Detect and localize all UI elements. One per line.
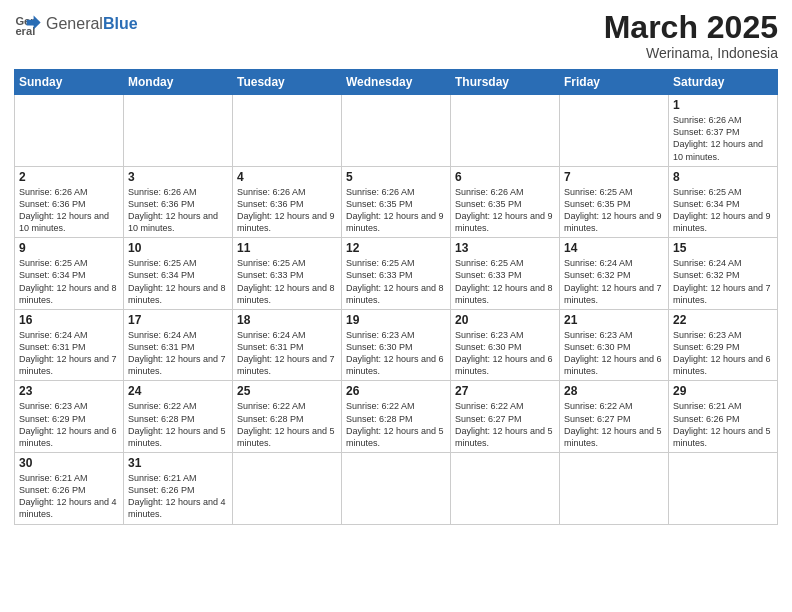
day-info: Sunrise: 6:24 AM Sunset: 6:32 PM Dayligh…	[564, 257, 664, 306]
weekday-header-monday: Monday	[124, 70, 233, 95]
calendar-cell: 20Sunrise: 6:23 AM Sunset: 6:30 PM Dayli…	[451, 309, 560, 381]
day-number: 17	[128, 313, 228, 327]
day-info: Sunrise: 6:23 AM Sunset: 6:29 PM Dayligh…	[673, 329, 773, 378]
calendar-cell: 17Sunrise: 6:24 AM Sunset: 6:31 PM Dayli…	[124, 309, 233, 381]
day-info: Sunrise: 6:24 AM Sunset: 6:32 PM Dayligh…	[673, 257, 773, 306]
calendar-week-row: 9Sunrise: 6:25 AM Sunset: 6:34 PM Daylig…	[15, 238, 778, 310]
day-number: 16	[19, 313, 119, 327]
calendar-cell: 30Sunrise: 6:21 AM Sunset: 6:26 PM Dayli…	[15, 453, 124, 525]
calendar-cell: 15Sunrise: 6:24 AM Sunset: 6:32 PM Dayli…	[669, 238, 778, 310]
day-info: Sunrise: 6:22 AM Sunset: 6:27 PM Dayligh…	[564, 400, 664, 449]
calendar-cell: 26Sunrise: 6:22 AM Sunset: 6:28 PM Dayli…	[342, 381, 451, 453]
day-number: 11	[237, 241, 337, 255]
day-info: Sunrise: 6:25 AM Sunset: 6:34 PM Dayligh…	[673, 186, 773, 235]
day-info: Sunrise: 6:25 AM Sunset: 6:33 PM Dayligh…	[455, 257, 555, 306]
calendar-cell	[342, 453, 451, 525]
day-info: Sunrise: 6:21 AM Sunset: 6:26 PM Dayligh…	[673, 400, 773, 449]
day-number: 4	[237, 170, 337, 184]
day-info: Sunrise: 6:26 AM Sunset: 6:35 PM Dayligh…	[455, 186, 555, 235]
calendar-cell: 28Sunrise: 6:22 AM Sunset: 6:27 PM Dayli…	[560, 381, 669, 453]
logo: Gen eral GeneralBlue	[14, 10, 138, 38]
calendar-cell: 11Sunrise: 6:25 AM Sunset: 6:33 PM Dayli…	[233, 238, 342, 310]
day-number: 5	[346, 170, 446, 184]
day-info: Sunrise: 6:26 AM Sunset: 6:37 PM Dayligh…	[673, 114, 773, 163]
day-info: Sunrise: 6:22 AM Sunset: 6:27 PM Dayligh…	[455, 400, 555, 449]
day-number: 7	[564, 170, 664, 184]
day-number: 12	[346, 241, 446, 255]
calendar-cell: 24Sunrise: 6:22 AM Sunset: 6:28 PM Dayli…	[124, 381, 233, 453]
day-number: 18	[237, 313, 337, 327]
calendar-title: March 2025	[604, 10, 778, 45]
day-info: Sunrise: 6:21 AM Sunset: 6:26 PM Dayligh…	[128, 472, 228, 521]
day-number: 3	[128, 170, 228, 184]
day-number: 19	[346, 313, 446, 327]
day-number: 8	[673, 170, 773, 184]
calendar-cell	[560, 95, 669, 167]
calendar-table: SundayMondayTuesdayWednesdayThursdayFrid…	[14, 69, 778, 524]
day-number: 23	[19, 384, 119, 398]
day-number: 22	[673, 313, 773, 327]
calendar-cell: 4Sunrise: 6:26 AM Sunset: 6:36 PM Daylig…	[233, 166, 342, 238]
calendar-cell: 25Sunrise: 6:22 AM Sunset: 6:28 PM Dayli…	[233, 381, 342, 453]
day-info: Sunrise: 6:25 AM Sunset: 6:33 PM Dayligh…	[237, 257, 337, 306]
svg-text:eral: eral	[15, 25, 35, 37]
header: Gen eral GeneralBlue March 2025 Werinama…	[14, 10, 778, 61]
day-info: Sunrise: 6:22 AM Sunset: 6:28 PM Dayligh…	[346, 400, 446, 449]
day-info: Sunrise: 6:22 AM Sunset: 6:28 PM Dayligh…	[237, 400, 337, 449]
day-info: Sunrise: 6:24 AM Sunset: 6:31 PM Dayligh…	[19, 329, 119, 378]
calendar-cell	[233, 453, 342, 525]
calendar-cell: 22Sunrise: 6:23 AM Sunset: 6:29 PM Dayli…	[669, 309, 778, 381]
calendar-cell: 29Sunrise: 6:21 AM Sunset: 6:26 PM Dayli…	[669, 381, 778, 453]
day-number: 1	[673, 98, 773, 112]
calendar-cell: 12Sunrise: 6:25 AM Sunset: 6:33 PM Dayli…	[342, 238, 451, 310]
day-number: 15	[673, 241, 773, 255]
day-number: 28	[564, 384, 664, 398]
calendar-cell: 14Sunrise: 6:24 AM Sunset: 6:32 PM Dayli…	[560, 238, 669, 310]
calendar-week-row: 23Sunrise: 6:23 AM Sunset: 6:29 PM Dayli…	[15, 381, 778, 453]
weekday-header-sunday: Sunday	[15, 70, 124, 95]
day-number: 21	[564, 313, 664, 327]
day-info: Sunrise: 6:25 AM Sunset: 6:35 PM Dayligh…	[564, 186, 664, 235]
day-number: 13	[455, 241, 555, 255]
day-info: Sunrise: 6:24 AM Sunset: 6:31 PM Dayligh…	[128, 329, 228, 378]
day-number: 25	[237, 384, 337, 398]
day-info: Sunrise: 6:23 AM Sunset: 6:30 PM Dayligh…	[564, 329, 664, 378]
day-info: Sunrise: 6:21 AM Sunset: 6:26 PM Dayligh…	[19, 472, 119, 521]
day-info: Sunrise: 6:25 AM Sunset: 6:34 PM Dayligh…	[128, 257, 228, 306]
calendar-cell: 5Sunrise: 6:26 AM Sunset: 6:35 PM Daylig…	[342, 166, 451, 238]
calendar-cell: 1Sunrise: 6:26 AM Sunset: 6:37 PM Daylig…	[669, 95, 778, 167]
day-info: Sunrise: 6:25 AM Sunset: 6:34 PM Dayligh…	[19, 257, 119, 306]
calendar-cell	[669, 453, 778, 525]
calendar-cell: 6Sunrise: 6:26 AM Sunset: 6:35 PM Daylig…	[451, 166, 560, 238]
day-info: Sunrise: 6:24 AM Sunset: 6:31 PM Dayligh…	[237, 329, 337, 378]
calendar-cell: 8Sunrise: 6:25 AM Sunset: 6:34 PM Daylig…	[669, 166, 778, 238]
calendar-cell	[451, 453, 560, 525]
day-number: 9	[19, 241, 119, 255]
day-info: Sunrise: 6:23 AM Sunset: 6:29 PM Dayligh…	[19, 400, 119, 449]
day-info: Sunrise: 6:26 AM Sunset: 6:35 PM Dayligh…	[346, 186, 446, 235]
day-number: 20	[455, 313, 555, 327]
weekday-header-tuesday: Tuesday	[233, 70, 342, 95]
weekday-header-saturday: Saturday	[669, 70, 778, 95]
calendar-week-row: 2Sunrise: 6:26 AM Sunset: 6:36 PM Daylig…	[15, 166, 778, 238]
day-info: Sunrise: 6:26 AM Sunset: 6:36 PM Dayligh…	[237, 186, 337, 235]
day-number: 31	[128, 456, 228, 470]
calendar-cell: 19Sunrise: 6:23 AM Sunset: 6:30 PM Dayli…	[342, 309, 451, 381]
calendar-cell: 10Sunrise: 6:25 AM Sunset: 6:34 PM Dayli…	[124, 238, 233, 310]
calendar-cell	[15, 95, 124, 167]
title-block: March 2025 Werinama, Indonesia	[604, 10, 778, 61]
weekday-header-wednesday: Wednesday	[342, 70, 451, 95]
day-number: 27	[455, 384, 555, 398]
calendar-cell	[233, 95, 342, 167]
day-number: 30	[19, 456, 119, 470]
day-info: Sunrise: 6:23 AM Sunset: 6:30 PM Dayligh…	[346, 329, 446, 378]
day-info: Sunrise: 6:22 AM Sunset: 6:28 PM Dayligh…	[128, 400, 228, 449]
calendar-week-row: 1Sunrise: 6:26 AM Sunset: 6:37 PM Daylig…	[15, 95, 778, 167]
calendar-cell: 27Sunrise: 6:22 AM Sunset: 6:27 PM Dayli…	[451, 381, 560, 453]
day-number: 29	[673, 384, 773, 398]
calendar-cell: 21Sunrise: 6:23 AM Sunset: 6:30 PM Dayli…	[560, 309, 669, 381]
calendar-cell: 13Sunrise: 6:25 AM Sunset: 6:33 PM Dayli…	[451, 238, 560, 310]
day-number: 26	[346, 384, 446, 398]
day-number: 2	[19, 170, 119, 184]
day-info: Sunrise: 6:26 AM Sunset: 6:36 PM Dayligh…	[128, 186, 228, 235]
